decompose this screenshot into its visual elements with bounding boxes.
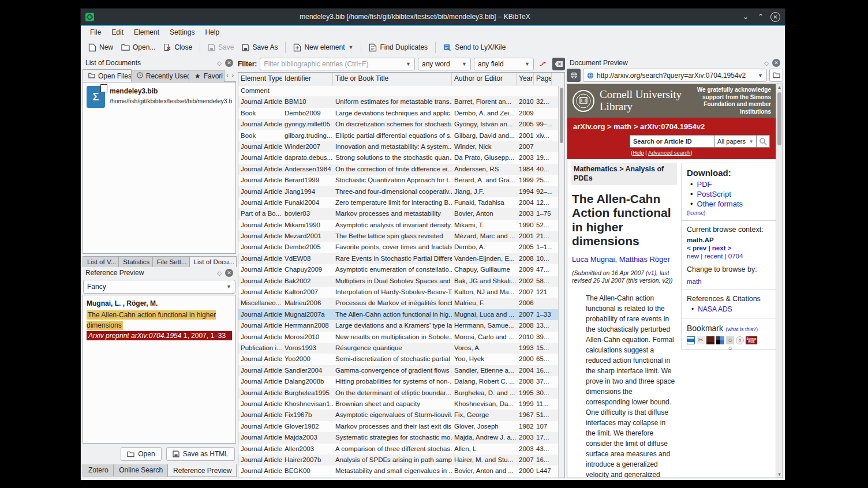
close-panel-icon[interactable]: ✕ bbox=[225, 59, 233, 67]
table-row[interactable]: Journal ArticleChapuy2009Asymptotic enum… bbox=[238, 264, 564, 275]
menu-edit[interactable]: Edit bbox=[107, 27, 128, 37]
filter-word-mode-select[interactable]: any word ▼ bbox=[418, 58, 471, 70]
menu-element[interactable]: Element bbox=[129, 27, 164, 37]
math-link[interactable]: math bbox=[687, 278, 775, 285]
table-row[interactable]: Journal ArticleBerard1999Stochastic Quan… bbox=[238, 175, 564, 186]
table-row[interactable]: Journal ArticleBak2002Multipliers in Dua… bbox=[238, 276, 564, 287]
table-row[interactable]: Journal ArticleFunaki2004Zero temperatur… bbox=[238, 197, 564, 208]
menu-help[interactable]: Help bbox=[200, 27, 224, 37]
column-header-element-type[interactable]: Element Type bbox=[238, 73, 282, 85]
minimize-button[interactable]: ⌄ bbox=[740, 12, 751, 22]
menu-file[interactable]: File bbox=[85, 27, 106, 37]
open-button[interactable]: Open bbox=[121, 447, 161, 461]
online-mode-button[interactable] bbox=[567, 69, 581, 82]
table-row[interactable]: BookDembo2009Large deviations techniques… bbox=[238, 108, 564, 119]
column-header-title-or-book-title[interactable]: Title or Book Title bbox=[333, 73, 452, 85]
preview-style-select[interactable]: Fancy ▼ bbox=[83, 280, 235, 294]
close-window-button[interactable]: ✕ bbox=[770, 12, 780, 22]
table-scrollbar[interactable] bbox=[558, 86, 564, 478]
save-as-html-button[interactable]: Save as HTML bbox=[166, 447, 235, 461]
filter-input[interactable] bbox=[264, 60, 403, 68]
scrollbar-thumb[interactable] bbox=[777, 92, 781, 145]
tab-scroll-buttons[interactable]: ‹› bbox=[224, 69, 236, 82]
list-item[interactable]: Σ mendeley3.bib /home/fish/git/kbibtex/t… bbox=[87, 86, 232, 108]
table-row[interactable]: Journal ArticleSandier2004Gamma-converge… bbox=[238, 365, 564, 376]
table-row[interactable]: Journal ArticleMugnai2007aThe Allen-Cahn… bbox=[238, 309, 564, 320]
connotea-icon[interactable]: ✂ bbox=[697, 336, 705, 344]
advanced-search-link[interactable]: Advanced search bbox=[648, 149, 690, 156]
table-row[interactable]: Journal ArticleDalang2008bHitting probab… bbox=[238, 376, 564, 387]
other-formats-link[interactable]: Other formats bbox=[697, 200, 743, 208]
table-row[interactable]: Journal ArticleKalton2007Interpolation o… bbox=[238, 287, 564, 298]
column-header-year[interactable]: Year bbox=[517, 73, 534, 85]
scroll-down-arrow[interactable]: ▼ bbox=[776, 472, 783, 477]
author-link-matthias-r-ger[interactable]: Matthias Röger bbox=[619, 255, 670, 264]
table-row[interactable]: Journal ArticleBEGK00Metastability and s… bbox=[238, 466, 564, 476]
table-row[interactable]: Part of a Bo...bovier03Markov processes … bbox=[238, 208, 564, 219]
scroll-right-icon[interactable]: › bbox=[232, 72, 234, 78]
table-row[interactable]: Journal ArticleWinder2007Innovation and … bbox=[238, 141, 564, 152]
table-row[interactable]: Journal ArticleHairer2007bAnalysis of SP… bbox=[238, 455, 564, 466]
browser-scrollbar[interactable]: ▲ ▼ bbox=[776, 84, 783, 478]
table-row[interactable]: Journal ArticleVdEW08Rare Events in Stoc… bbox=[238, 253, 564, 264]
prev-next-links[interactable]: < prev | next > bbox=[687, 245, 775, 251]
new-recent-links[interactable]: new | recent | 0704 bbox=[687, 253, 775, 260]
table-row[interactable]: Miscellaneo...Malrieu2006Processus de Ma… bbox=[238, 298, 564, 309]
send-to-lyx-kile-button[interactable]: Send to LyX/Kile bbox=[439, 41, 510, 54]
table-row[interactable]: Journal ArticleHerrmann2008Large deviati… bbox=[238, 320, 564, 331]
dock-tab-statistics[interactable]: Statistics bbox=[118, 256, 152, 267]
postscript-link[interactable]: PostScript bbox=[697, 190, 731, 198]
find-duplicates-button[interactable]: Find Duplicates bbox=[365, 41, 432, 54]
table-row[interactable]: Journal ArticleBurghelea1995On the deter… bbox=[238, 388, 564, 399]
table-row[interactable]: Journal ArticleMikami1990Asymptotic anal… bbox=[238, 220, 564, 231]
filter-field-mode-select[interactable]: any field ▼ bbox=[474, 58, 534, 70]
table-row[interactable]: Journal Articledaprato.debus...Strong so… bbox=[238, 152, 564, 163]
tab-online-search[interactable]: Online Search bbox=[113, 464, 168, 476]
table-row[interactable]: Journal Articlegyongy.millet05On discret… bbox=[238, 119, 564, 130]
nasa-ads-link[interactable]: NASA ADS bbox=[698, 305, 732, 313]
scroll-left-icon[interactable]: ‹ bbox=[226, 72, 228, 78]
what-is-this-link[interactable]: (what is this?) bbox=[725, 326, 758, 332]
filter-input-combo[interactable]: ▼ bbox=[260, 58, 415, 70]
menu-settings[interactable]: Settings bbox=[165, 27, 199, 37]
open-file-button[interactable] bbox=[769, 69, 783, 82]
close-panel-icon[interactable]: ✕ bbox=[225, 269, 233, 277]
delicious-icon[interactable] bbox=[716, 336, 724, 344]
table-row[interactable]: Journal ArticleAllen2003A comparison of … bbox=[238, 444, 564, 455]
sciencewise-icon[interactable]: Science WISE bbox=[746, 336, 757, 344]
tab-favori[interactable]: ★Favori bbox=[189, 70, 225, 82]
reddit-icon[interactable]: ö bbox=[736, 336, 744, 344]
digg-icon[interactable]: ☺☺ bbox=[726, 336, 734, 344]
filter-pdf-button[interactable] bbox=[537, 58, 549, 70]
table-row[interactable]: Publication i...Voros1993Résurgence quan… bbox=[238, 343, 564, 354]
table-row[interactable]: Journal ArticleGlover1982Markov processe… bbox=[238, 421, 564, 432]
float-panel-icon[interactable]: ◇ bbox=[217, 270, 222, 276]
url-combobox[interactable]: http://arxiv.org/search?query=arXiv:0704… bbox=[583, 69, 767, 82]
scrollbar-thumb[interactable] bbox=[560, 88, 563, 143]
table-row[interactable]: Journal ArticleMorosi2010New results on … bbox=[238, 332, 564, 343]
table-row[interactable]: Journal ArticleDembo2005Favorite points,… bbox=[238, 242, 564, 253]
help-link[interactable]: Help bbox=[633, 149, 644, 156]
table-row[interactable]: Journal ArticleKhoshnevisan1...Brownian … bbox=[238, 399, 564, 410]
scroll-up-arrow[interactable]: ▲ bbox=[776, 85, 783, 90]
close-button[interactable]: Close bbox=[159, 41, 196, 54]
open-button[interactable]: Open... bbox=[117, 41, 159, 54]
arxiv-search-input[interactable] bbox=[630, 135, 715, 148]
column-header-identifier[interactable]: Identifier bbox=[282, 73, 333, 85]
save-as-button[interactable]: Save As bbox=[238, 41, 282, 54]
table-row[interactable]: Journal ArticleJiang1994Three-and four-d… bbox=[238, 186, 564, 197]
table-row[interactable]: Journal ArticleMezard2001The Bethe latti… bbox=[238, 231, 564, 242]
table-row[interactable]: Bookgilbarg.truding...Elliptic partial d… bbox=[238, 130, 564, 141]
table-row[interactable]: Journal ArticleMajda2003Systematic strat… bbox=[238, 432, 564, 443]
dock-tab-file-sett[interactable]: File Sett... bbox=[152, 256, 190, 267]
pdf-link[interactable]: PDF bbox=[697, 180, 712, 189]
table-row[interactable]: Comment bbox=[238, 85, 564, 96]
maximize-button[interactable]: ⌃ bbox=[755, 12, 766, 22]
tab-open-files[interactable]: Open Files bbox=[83, 69, 132, 82]
float-panel-icon[interactable]: ◇ bbox=[217, 60, 222, 66]
column-header-page[interactable]: Page bbox=[534, 73, 552, 85]
arxiv-search-button[interactable] bbox=[757, 135, 770, 148]
table-row[interactable]: Journal ArticleYoo2000Semi-discretizatio… bbox=[238, 354, 564, 365]
table-row[interactable]: Journal ArticleFix1967bAsymptotic eigenv… bbox=[238, 410, 564, 421]
arxiv-scope-select[interactable]: All papers ▼ bbox=[715, 135, 757, 148]
